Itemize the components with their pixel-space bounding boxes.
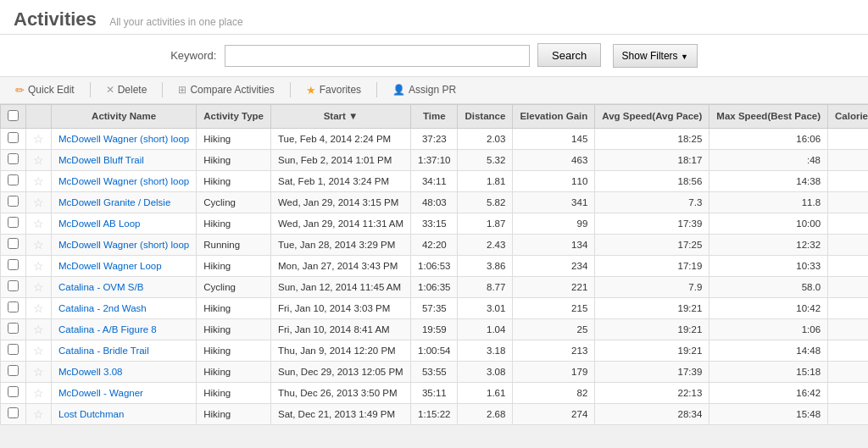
avg-speed-cell: 7.3: [595, 191, 709, 213]
row-checkbox[interactable]: [8, 301, 19, 312]
row-checkbox[interactable]: [8, 386, 19, 397]
row-star-cell[interactable]: ☆: [26, 318, 52, 340]
row-checkbox-cell[interactable]: [1, 276, 26, 297]
row-checkbox[interactable]: [8, 153, 19, 164]
toolbar-separator-2: [162, 82, 163, 97]
start-cell: Sun, Jan 12, 2014 11:45 AM: [270, 276, 410, 297]
favorite-star-icon[interactable]: ☆: [33, 365, 44, 379]
row-checkbox-cell[interactable]: [1, 128, 26, 149]
activity-name-link[interactable]: Catalina - Bridle Trail: [58, 346, 149, 356]
favorite-star-icon[interactable]: ☆: [33, 132, 44, 146]
activity-name-link[interactable]: McDowell AB Loop: [58, 218, 141, 229]
activity-name-link[interactable]: McDowell Wagner Loop: [58, 261, 162, 271]
row-checkbox-cell[interactable]: [1, 149, 26, 170]
search-bar: Keyword: Search Show Filters ▼: [0, 35, 868, 77]
favorites-button[interactable]: ★ Favorites: [301, 82, 366, 98]
favorite-star-icon[interactable]: ☆: [33, 301, 44, 315]
favorite-star-icon[interactable]: ☆: [33, 259, 44, 273]
distance-cell: 3.86: [458, 255, 513, 276]
row-star-cell[interactable]: ☆: [26, 255, 52, 276]
row-checkbox-cell[interactable]: [1, 234, 26, 255]
row-checkbox-cell[interactable]: [1, 191, 26, 213]
row-checkbox[interactable]: [8, 365, 19, 376]
row-star-cell[interactable]: ☆: [26, 361, 52, 382]
row-checkbox-cell[interactable]: [1, 170, 26, 191]
row-star-cell[interactable]: ☆: [26, 234, 52, 255]
row-checkbox[interactable]: [8, 344, 19, 355]
row-checkbox-cell[interactable]: [1, 382, 26, 403]
compare-activities-button[interactable]: ⊞ Compare Activities: [173, 82, 279, 97]
elevation-gain-header[interactable]: Elevation Gain: [513, 104, 595, 128]
row-star-cell[interactable]: ☆: [26, 340, 52, 361]
activity-name-link[interactable]: Catalina - OVM S/B: [58, 282, 143, 292]
activity-name-link[interactable]: McDowell Wagner (short) loop: [58, 176, 189, 186]
activity-name-link[interactable]: Catalina - A/B Figure 8: [58, 324, 157, 335]
activity-name-link[interactable]: McDowell Bluff Trail: [58, 155, 144, 165]
row-checkbox-cell[interactable]: [1, 340, 26, 361]
activity-name-link[interactable]: McDowell Granite / Delsie: [58, 197, 170, 207]
row-checkbox[interactable]: [8, 323, 19, 334]
activity-name-link[interactable]: McDowell Wagner (short) loop: [58, 134, 189, 144]
favorite-star-icon[interactable]: ☆: [33, 323, 44, 336]
favorite-star-icon[interactable]: ☆: [33, 217, 44, 230]
keyword-input[interactable]: [225, 45, 530, 67]
favorite-star-icon[interactable]: ☆: [33, 407, 44, 421]
calories-header[interactable]: Calories ▼: [828, 104, 868, 128]
row-star-cell[interactable]: ☆: [26, 403, 52, 424]
max-speed-header[interactable]: Max Speed(Best Pace): [709, 104, 828, 128]
favorite-star-icon[interactable]: ☆: [33, 196, 44, 209]
row-checkbox[interactable]: [8, 280, 19, 291]
activity-name-link[interactable]: McDowell - Wagner: [58, 388, 143, 398]
row-checkbox-cell[interactable]: [1, 318, 26, 340]
activity-name-link[interactable]: McDowell Wagner (short) loop: [58, 240, 189, 250]
row-checkbox[interactable]: [8, 132, 19, 143]
start-header[interactable]: Start ▼: [270, 104, 410, 128]
activity-type-cell: Hiking: [197, 361, 271, 382]
row-star-cell[interactable]: ☆: [26, 213, 52, 234]
favorite-star-icon[interactable]: ☆: [33, 386, 44, 400]
assign-pr-button[interactable]: 👤 Assign PR: [387, 82, 461, 97]
activity-name-cell: Catalina - 2nd Wash: [52, 297, 197, 318]
favorite-star-icon[interactable]: ☆: [33, 238, 44, 252]
favorite-star-icon[interactable]: ☆: [33, 344, 44, 357]
row-checkbox[interactable]: [8, 407, 19, 418]
quick-edit-button[interactable]: ✏ Quick Edit: [10, 82, 80, 98]
max-speed-cell: 16:06: [709, 128, 828, 149]
row-star-cell[interactable]: ☆: [26, 149, 52, 170]
row-checkbox[interactable]: [8, 196, 19, 207]
row-star-cell[interactable]: ☆: [26, 297, 52, 318]
time-header[interactable]: Time: [411, 104, 458, 128]
row-checkbox-cell[interactable]: [1, 361, 26, 382]
distance-header[interactable]: Distance: [458, 104, 513, 128]
row-star-cell[interactable]: ☆: [26, 276, 52, 297]
activity-name-link[interactable]: Catalina - 2nd Wash: [58, 303, 147, 313]
row-checkbox[interactable]: [8, 238, 19, 249]
start-cell: Tue, Jan 28, 2014 3:29 PM: [270, 234, 410, 255]
row-checkbox[interactable]: [8, 259, 19, 270]
select-all-checkbox[interactable]: [8, 110, 19, 121]
activity-type-header[interactable]: Activity Type: [197, 104, 271, 128]
row-checkbox-cell[interactable]: [1, 297, 26, 318]
show-filters-button[interactable]: Show Filters ▼: [613, 44, 698, 68]
row-star-cell[interactable]: ☆: [26, 128, 52, 149]
activity-name-link[interactable]: Lost Dutchman: [58, 409, 124, 419]
row-checkbox-cell[interactable]: [1, 255, 26, 276]
favorite-star-icon[interactable]: ☆: [33, 280, 44, 294]
avg-speed-header[interactable]: Avg Speed(Avg Pace): [595, 104, 709, 128]
activity-name-header[interactable]: Activity Name: [52, 104, 197, 128]
row-checkbox-cell[interactable]: [1, 403, 26, 424]
delete-button[interactable]: ✕ Delete: [101, 82, 153, 97]
row-checkbox-cell[interactable]: [1, 213, 26, 234]
row-checkbox[interactable]: [8, 174, 19, 185]
row-star-cell[interactable]: ☆: [26, 170, 52, 191]
favorite-star-icon[interactable]: ☆: [33, 153, 44, 167]
select-all-checkbox-header[interactable]: [1, 104, 26, 128]
activity-name-link[interactable]: McDowell 3.08: [58, 367, 122, 377]
row-checkbox[interactable]: [8, 217, 19, 228]
avg-speed-cell: 18:17: [595, 149, 709, 170]
time-cell: 33:15: [411, 213, 458, 234]
favorite-star-icon[interactable]: ☆: [33, 174, 44, 188]
row-star-cell[interactable]: ☆: [26, 382, 52, 403]
search-button[interactable]: Search: [537, 43, 601, 67]
row-star-cell[interactable]: ☆: [26, 191, 52, 213]
